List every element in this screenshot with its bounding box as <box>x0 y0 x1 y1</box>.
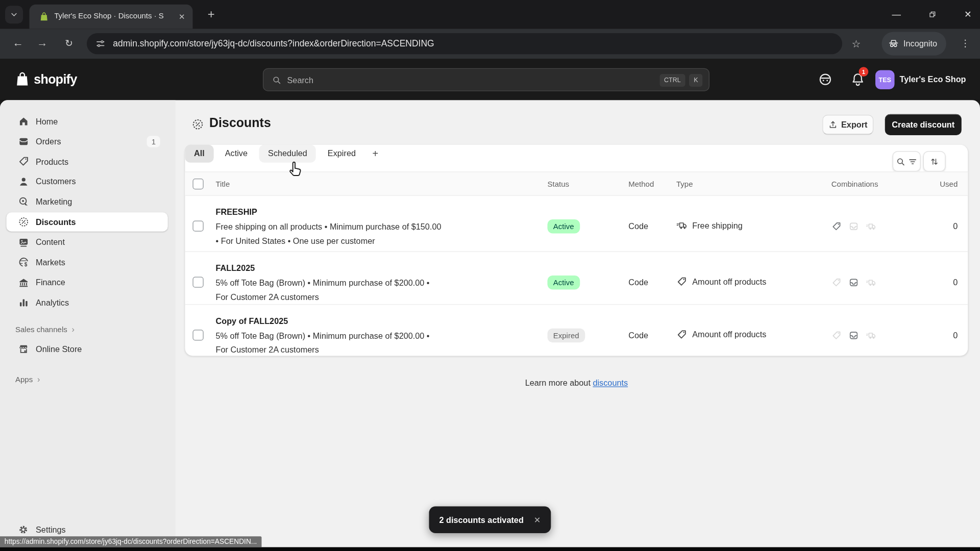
customers-icon <box>18 176 30 188</box>
browser-toolbar: ← → ↻ admin.shopify.com/store/jy63jq-dc/… <box>0 29 980 59</box>
browser-tab-strip: Tyler's Eco Shop · Discounts · S ✕ + — ✕ <box>0 0 980 29</box>
column-title: Title <box>216 180 230 189</box>
sidebar-section-apps[interactable]: Apps › <box>15 374 40 384</box>
order-icon <box>849 221 859 232</box>
discount-description-line: Free shipping on all products • Minimum … <box>216 220 442 234</box>
sidebar-item-marketing[interactable]: Marketing <box>7 192 168 212</box>
used-count: 0 <box>953 221 958 231</box>
search-filter-button[interactable] <box>893 151 921 171</box>
column-combinations: Combinations <box>831 180 878 189</box>
sidebar-section-sales-channels[interactable]: Sales channels › <box>15 324 75 334</box>
shipping-icon <box>866 278 876 288</box>
browser-menu-button[interactable]: ⋮ <box>957 35 974 53</box>
window-restore-button[interactable] <box>923 5 942 23</box>
sidebar-item-label: Home <box>36 116 58 126</box>
type-cell: Free shipping <box>676 220 743 231</box>
table-row[interactable]: Copy of FALL20255% off Tote Bag (Brown) … <box>185 305 968 356</box>
sidebar-item-online-store[interactable]: Online Store <box>7 339 168 359</box>
add-view-button[interactable]: + <box>367 145 383 163</box>
shipping-icon <box>676 220 687 231</box>
shipping-icon <box>866 221 876 232</box>
sidebar-item-finance[interactable]: Finance <box>7 273 168 292</box>
store-icon <box>18 343 30 355</box>
sort-icon <box>929 157 939 166</box>
shortcut-key-k: K <box>689 74 702 87</box>
create-discount-label: Create discount <box>892 120 954 130</box>
status-badge: Expired <box>548 329 585 343</box>
forward-button[interactable]: → <box>33 35 51 53</box>
store-name[interactable]: Tyler's Eco Shop <box>900 74 966 84</box>
discounts-link[interactable]: discounts <box>593 378 628 388</box>
tag-icon <box>831 221 842 232</box>
type-label: Amount off products <box>692 277 766 287</box>
address-bar[interactable]: admin.shopify.com/store/jy63jq-dc/discou… <box>87 33 842 54</box>
tab-all[interactable]: All <box>185 145 214 163</box>
table-row[interactable]: FREESHIPFree shipping on all products • … <box>185 196 968 252</box>
row-checkbox[interactable] <box>193 330 204 340</box>
admin-search-bar[interactable]: Search CTRL K <box>263 68 709 91</box>
sidebar-item-orders[interactable]: Orders1 <box>7 132 168 151</box>
tab-expired[interactable]: Expired <box>318 145 364 163</box>
analytics-icon <box>18 297 30 309</box>
type-cell: Amount off products <box>676 329 766 340</box>
back-button[interactable]: ← <box>9 35 27 53</box>
sidebar-item-label: Markets <box>36 258 65 267</box>
export-label: Export <box>841 120 867 130</box>
tab-scheduled[interactable]: Scheduled <box>259 145 316 163</box>
store-avatar[interactable]: TES <box>875 70 895 90</box>
sidebar-item-content[interactable]: Content <box>7 233 168 252</box>
orders-count-badge: 1 <box>147 136 160 147</box>
export-button[interactable]: Export <box>822 115 873 135</box>
row-title-cell: FREESHIPFree shipping on all products • … <box>216 207 442 248</box>
home-icon <box>18 115 30 127</box>
method-value: Code <box>628 331 648 340</box>
window-close-button[interactable]: ✕ <box>959 5 978 23</box>
sort-button[interactable] <box>923 151 946 171</box>
sidebar-item-markets[interactable]: $Markets <box>7 253 168 272</box>
row-title-cell: Copy of FALL20255% off Tote Bag (Brown) … <box>216 316 430 357</box>
column-type: Type <box>676 180 693 189</box>
type-label: Free shipping <box>692 221 742 231</box>
bookmark-star-icon[interactable]: ☆ <box>847 35 865 53</box>
column-status: Status <box>548 180 570 189</box>
tab-close-icon[interactable]: ✕ <box>176 11 188 22</box>
site-info-icon[interactable] <box>95 38 106 49</box>
tab-search-chevron-button[interactable] <box>5 6 23 23</box>
sidebar-item-analytics[interactable]: Analytics <box>7 293 168 312</box>
toast-close-icon[interactable]: ✕ <box>534 515 541 524</box>
row-checkbox[interactable] <box>193 277 204 288</box>
window-minimize-button[interactable]: — <box>887 5 906 23</box>
sidebar-item-label: Marketing <box>36 197 72 207</box>
reload-button[interactable]: ↻ <box>60 35 78 53</box>
footer-text: Learn more about <box>525 378 591 388</box>
row-checkbox[interactable] <box>193 221 204 232</box>
incognito-badge: Incognito <box>882 32 946 56</box>
finance-icon <box>18 277 30 288</box>
sidebar-item-home[interactable]: Home <box>7 112 168 131</box>
create-discount-button[interactable]: Create discount <box>885 114 962 135</box>
row-title-cell: FALL20255% off Tote Bag (Brown) • Minimu… <box>216 263 430 304</box>
tab-active[interactable]: Active <box>216 145 256 163</box>
sidebar-item-products[interactable]: Products <box>7 152 168 171</box>
status-badge: Active <box>548 219 580 234</box>
chevron-right-icon: › <box>37 374 40 384</box>
content-frame: HomeOrders1ProductsCustomersMarketingDis… <box>0 100 980 551</box>
discounts-page-icon <box>191 118 204 131</box>
sidebar-item-customers[interactable]: Customers <box>7 172 168 191</box>
content-icon <box>18 236 30 248</box>
type-cell: Amount off products <box>676 276 766 287</box>
table-row[interactable]: FALL20255% off Tote Bag (Brown) • Minimu… <box>185 252 968 305</box>
sidekick-assistant-icon[interactable] <box>818 72 833 87</box>
tag-icon <box>676 276 687 287</box>
browser-tab[interactable]: Tyler's Eco Shop · Discounts · S ✕ <box>30 5 193 29</box>
column-method: Method <box>628 180 654 189</box>
new-tab-button[interactable]: + <box>203 7 220 23</box>
status-badge: Active <box>548 276 580 290</box>
search-icon <box>272 76 282 85</box>
combinations-cell <box>831 331 876 341</box>
sidebar-item-discounts[interactable]: Discounts <box>7 212 168 232</box>
discount-description-line: 5% off Tote Bag (Brown) • Minimum purcha… <box>216 276 430 290</box>
notification-count-badge: 1 <box>859 67 869 77</box>
export-icon <box>828 120 838 130</box>
select-all-checkbox[interactable] <box>193 179 204 189</box>
